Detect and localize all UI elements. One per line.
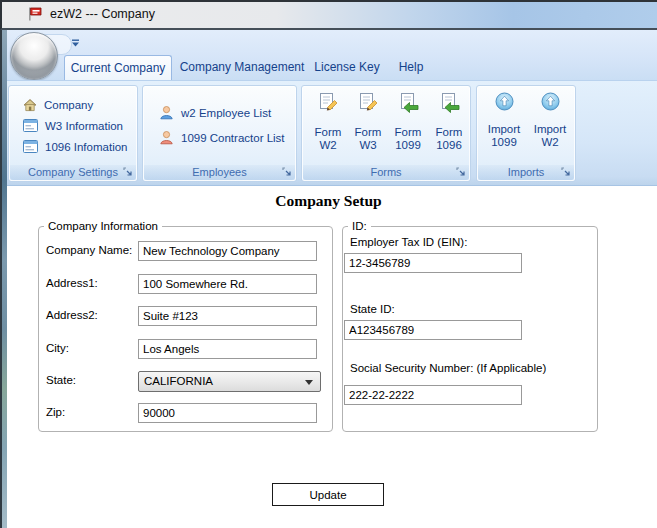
ribbon-button-form-1096[interactable]: Form 1096: [429, 90, 469, 164]
state-selected-value: CALIFORNIA: [144, 375, 213, 387]
address2-input[interactable]: [138, 306, 317, 326]
ribbon-button-import-w2[interactable]: Import W2: [528, 90, 572, 164]
form-window-icon: [23, 140, 38, 153]
company-name-label: Company Name:: [46, 244, 132, 256]
group-caption-company-settings: Company Settings: [10, 165, 136, 180]
ribbon-item-company[interactable]: Company: [23, 98, 93, 112]
group-caption-forms: Forms: [303, 165, 469, 180]
person-blue-icon: [159, 105, 174, 120]
dialog-launcher-icon[interactable]: [282, 167, 292, 177]
ribbon-item-label: w2 Employee List: [181, 107, 271, 119]
state-id-input[interactable]: [344, 320, 522, 340]
city-label: City:: [46, 342, 69, 354]
red-flag-icon: [27, 6, 43, 22]
ribbon-item-1096-infomation[interactable]: 1096 Infomation: [23, 140, 127, 153]
state-select[interactable]: CALIFORNIA: [138, 371, 321, 392]
zip-label: Zip:: [46, 406, 65, 418]
house-icon: [23, 98, 37, 112]
ribbon-button-import-1099[interactable]: Import 1099: [482, 90, 526, 164]
window-title: ezW2 --- Company: [50, 7, 155, 21]
person-red-icon: [159, 130, 174, 145]
groupbox-legend: Company Information: [44, 220, 162, 232]
tab-help[interactable]: Help: [388, 55, 434, 80]
state-label: State:: [46, 374, 76, 386]
tab-license-key[interactable]: License Key: [306, 55, 388, 80]
ssn-input[interactable]: [344, 385, 522, 405]
tab-current-company[interactable]: Current Company: [64, 55, 172, 80]
ribbon-group-imports: Import 1099 Import W2 Imports: [476, 85, 576, 182]
form-export-icon: [397, 92, 419, 114]
ssn-label: Social Security Number: (If Applicable): [350, 362, 546, 374]
state-id-label: State ID:: [350, 303, 395, 315]
form-edit-icon: [357, 92, 379, 114]
form-window-icon: [23, 119, 38, 132]
ribbon-item-label: 1099 Contractor List: [181, 132, 285, 144]
address2-label: Address2:: [46, 309, 98, 321]
ribbon-item-w3-information[interactable]: W3 Information: [23, 119, 123, 132]
import-icon: [495, 92, 514, 111]
ein-label: Employer Tax ID (EIN):: [350, 236, 467, 248]
ribbon-item-1099-contractor-list[interactable]: 1099 Contractor List: [159, 130, 285, 145]
address1-label: Address1:: [46, 277, 98, 289]
zip-input[interactable]: [138, 403, 317, 423]
import-icon: [541, 92, 560, 111]
city-input[interactable]: [138, 339, 317, 359]
dialog-launcher-icon[interactable]: [456, 167, 466, 177]
company-name-input[interactable]: [138, 241, 317, 261]
ribbon-item-label: 1096 Infomation: [45, 141, 127, 153]
ribbon-group-forms: Form W2 Form W3 Form: [301, 85, 471, 182]
group-caption-employees: Employees: [144, 165, 295, 180]
ein-input[interactable]: [344, 253, 522, 273]
qat-dropdown-icon[interactable]: [71, 39, 80, 47]
app-window: ezW2 --- Company Current Company Company…: [0, 0, 657, 528]
group-caption-imports: Imports: [478, 165, 574, 180]
groupbox-legend: ID:: [348, 220, 371, 232]
ribbon-button-form-w3[interactable]: Form W3: [348, 90, 388, 164]
ribbon-button-form-1099[interactable]: Form 1099: [388, 90, 428, 164]
form-export-icon: [438, 92, 460, 114]
form-edit-icon: [317, 92, 339, 114]
window-left-border: [0, 30, 7, 528]
page-title: Company Setup: [0, 192, 657, 210]
ribbon-item-w2-employee-list[interactable]: w2 Employee List: [159, 105, 271, 120]
ribbon-group-employees: w2 Employee List 1099 Contractor List Em…: [142, 85, 297, 182]
ribbon-group-company-settings: Company W3 Information 1096 Info: [8, 85, 138, 182]
address1-input[interactable]: [138, 274, 317, 294]
update-button[interactable]: Update: [272, 483, 384, 506]
dialog-launcher-icon[interactable]: [561, 167, 571, 177]
ribbon-item-label: Company: [44, 99, 93, 111]
application-orb-button[interactable]: [10, 32, 58, 80]
ribbon-item-label: W3 Information: [45, 120, 123, 132]
dialog-launcher-icon[interactable]: [123, 167, 133, 177]
ribbon: Company W3 Information 1096 Info: [7, 80, 657, 186]
tab-company-management[interactable]: Company Management: [176, 55, 308, 80]
chevron-down-icon: [305, 380, 313, 385]
ribbon-button-form-w2[interactable]: Form W2: [308, 90, 348, 164]
